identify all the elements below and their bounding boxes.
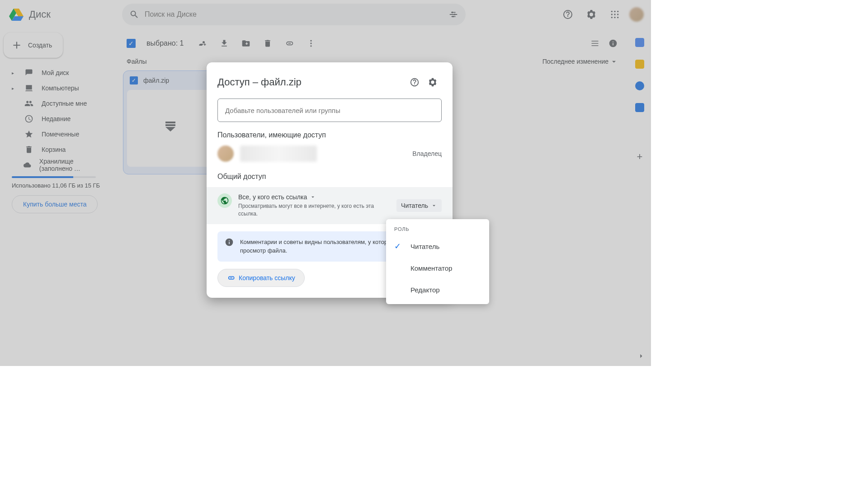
dialog-help-icon[interactable] [406,73,424,91]
owner-label: Владелец [412,150,442,157]
info-icon [225,238,234,255]
general-heading: Общий доступ [217,173,442,181]
link-scope-dropdown[interactable]: Все, у кого есть ссылка [238,193,390,201]
dialog-title: Доступ – файл.zip [217,76,406,88]
globe-icon [217,193,232,208]
share-input[interactable] [217,99,442,122]
copy-link-button[interactable]: Копировать ссылку [217,269,305,287]
role-option-commenter[interactable]: Комментатор [386,257,489,279]
role-dropdown-menu: РОЛЬ ✓Читатель Комментатор Редактор [386,219,489,304]
role-dropdown-button[interactable]: Читатель [396,199,442,212]
user-row: Владелец [217,145,442,162]
role-option-reader[interactable]: ✓Читатель [386,235,489,257]
dialog-settings-icon[interactable] [424,73,442,91]
general-access-row: Все, у кого есть ссылка Просматривать мо… [207,187,453,224]
user-avatar [217,145,234,162]
user-info [240,145,317,162]
check-icon: ✓ [394,241,403,251]
role-option-editor[interactable]: Редактор [386,279,489,300]
dropdown-heading: РОЛЬ [386,223,489,235]
link-desc: Просматривать могут все в интернете, у к… [238,202,378,218]
users-heading: Пользователи, имеющие доступ [217,131,442,139]
